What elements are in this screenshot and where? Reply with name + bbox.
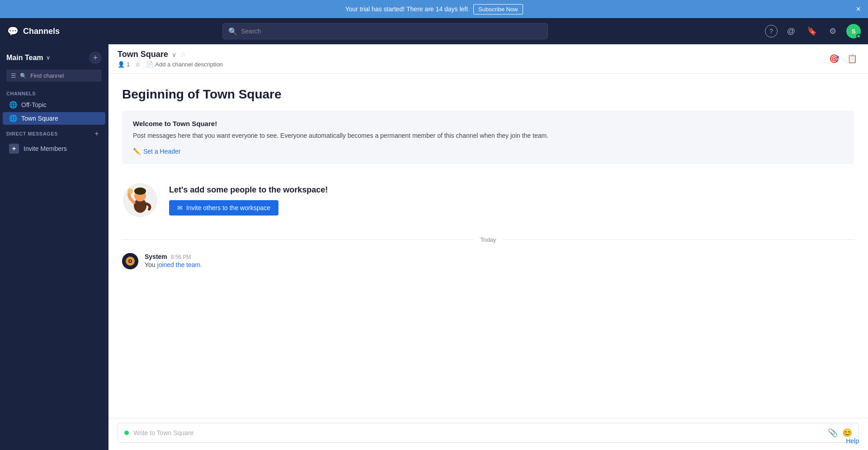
find-channel-bar[interactable]: ☰ 🔍 Find channel (6, 70, 102, 82)
add-channel-button[interactable]: + (89, 52, 102, 64)
workspace-name[interactable]: Main Team ∨ (6, 54, 50, 62)
sidebar: Main Team ∨ + ☰ 🔍 Find channel CHANNELS … (0, 44, 108, 450)
main-content: Town Square ∨ ☆ 👤 1 ☆ 📄 Add a channel de… (108, 44, 868, 450)
today-label: Today (481, 236, 496, 243)
trial-banner: Your trial has started! There are 14 day… (0, 0, 868, 18)
description-item[interactable]: 📄 Add a channel description (146, 61, 223, 68)
sidebar-item-town-square[interactable]: 🌐 Town Square (3, 112, 105, 125)
main-layout: Main Team ∨ + ☰ 🔍 Find channel CHANNELS … (0, 44, 868, 450)
mentions-header-button[interactable]: 🎯 (827, 52, 841, 66)
today-divider: Today (122, 236, 854, 243)
logo-area: 💬 Channels (7, 26, 111, 37)
mention-icon[interactable]: @ (784, 24, 798, 38)
avatar-status-dot (856, 34, 861, 38)
pencil-icon: ✏️ (133, 148, 141, 155)
svg-point-7 (127, 188, 133, 194)
beginning-title: Beginning of Town Square (122, 87, 854, 102)
workspace-name-label: Main Team (6, 54, 43, 62)
globe-icon: 🌐 (9, 101, 18, 109)
add-dm-button[interactable]: + (92, 129, 102, 139)
star-meta-icon: ☆ (135, 61, 141, 68)
system-message-time: 8:56 PM (171, 254, 191, 260)
svg-point-11 (129, 260, 131, 262)
help-icon[interactable]: ? (765, 25, 778, 38)
member-count[interactable]: 👤 1 (118, 61, 130, 68)
channel-header-right: 🎯 📋 (827, 52, 859, 66)
welcome-box: Welcome to Town Square! Post messages he… (122, 111, 854, 164)
waving-illustration (122, 182, 158, 218)
app-icon: 💬 (7, 26, 19, 37)
sidebar-item-label: Off-Topic (21, 101, 47, 108)
envelope-icon: ✉ (177, 204, 183, 211)
search-input[interactable] (241, 28, 542, 35)
channel-chevron[interactable]: ∨ (172, 51, 176, 58)
app-name: Channels (23, 27, 60, 36)
close-banner-button[interactable]: × (856, 5, 861, 13)
set-header-link[interactable]: ✏️ Set a Header (133, 148, 181, 155)
channel-header-left: Town Square ∨ ☆ 👤 1 ☆ 📄 Add a channel de… (118, 50, 223, 68)
invite-members-label: Invite Members (24, 145, 67, 152)
doc-icon: 📄 (146, 61, 153, 68)
search-bar[interactable]: 🔍 (222, 23, 548, 39)
system-message-meta: System 8:56 PM (145, 253, 202, 260)
welcome-title: Welcome to Town Square! (133, 120, 844, 127)
set-header-label: Set a Header (143, 148, 181, 155)
invite-workspace-title: Let's add some people to the workspace! (169, 185, 328, 195)
online-indicator (124, 431, 129, 435)
divider-line-right (503, 239, 854, 240)
trial-message: Your trial has started! There are 14 day… (345, 5, 468, 13)
invite-content: Let's add some people to the workspace! … (169, 185, 328, 216)
search-icon: 🔍 (20, 73, 27, 79)
system-message-text: You joined the team. (145, 261, 202, 268)
message-input-box[interactable]: 📎 😊 (118, 423, 859, 443)
sidebar-header: Main Team ∨ + (0, 44, 108, 68)
divider-line-left (122, 239, 473, 240)
messages-area[interactable]: Beginning of Town Square Welcome to Town… (108, 74, 868, 418)
help-link[interactable]: Help (846, 437, 859, 445)
top-nav-right: ? @ 🔖 ⚙ S (765, 24, 861, 38)
channel-title: Town Square (118, 50, 168, 59)
find-channel-label: Find channel (30, 72, 64, 79)
bookmark-icon[interactable]: 🔖 (805, 24, 819, 38)
settings-icon[interactable]: ⚙ (826, 24, 840, 38)
star-icon[interactable]: ☆ (180, 50, 186, 59)
member-icon: 👤 (118, 61, 125, 68)
filter-icon: ☰ (11, 72, 16, 79)
channels-section-label: CHANNELS (0, 87, 108, 98)
members-header-button[interactable]: 📋 (845, 52, 859, 66)
member-count-value: 1 (127, 61, 130, 68)
invite-icon (9, 144, 19, 154)
emoji-icon[interactable]: 😊 (842, 428, 852, 438)
invite-workspace-button[interactable]: ✉ Invite others to the workspace (169, 200, 278, 216)
system-avatar (122, 253, 138, 269)
invite-workspace-btn-label: Invite others to the workspace (186, 204, 270, 211)
sidebar-item-label: Town Square (21, 115, 58, 122)
svg-point-6 (134, 188, 146, 195)
system-message-body: System 8:56 PM You joined the team. (145, 253, 202, 268)
direct-messages-header: DIRECT MESSAGES + (0, 125, 108, 141)
subscribe-button[interactable]: Subscribe Now (473, 4, 523, 14)
top-nav: 💬 Channels 🔍 ? @ 🔖 ⚙ S (0, 18, 868, 44)
avatar[interactable]: S (846, 24, 861, 38)
message-input[interactable] (133, 429, 823, 436)
search-icon: 🔍 (228, 27, 237, 36)
joined-text: joined the team. (157, 261, 203, 268)
invite-workspace-section: Let's add some people to the workspace! … (122, 178, 854, 223)
channel-header: Town Square ∨ ☆ 👤 1 ☆ 📄 Add a channel de… (108, 44, 868, 74)
channel-meta: 👤 1 ☆ 📄 Add a channel description (118, 61, 223, 68)
message-input-area: 📎 😊 (108, 418, 868, 450)
system-message-row: System 8:56 PM You joined the team. (122, 250, 854, 272)
svg-rect-2 (14, 147, 14, 150)
description-placeholder: Add a channel description (155, 61, 223, 68)
header-set-item[interactable]: ☆ (135, 61, 141, 68)
direct-messages-label: DIRECT MESSAGES (6, 131, 58, 136)
system-sender: System (145, 253, 167, 260)
sidebar-item-off-topic[interactable]: 🌐 Off-Topic (3, 98, 105, 111)
welcome-description: Post messages here that you want everyon… (133, 131, 844, 141)
workspace-chevron: ∨ (46, 55, 50, 61)
attachment-icon[interactable]: 📎 (828, 428, 838, 438)
invite-members-item[interactable]: Invite Members (3, 141, 105, 156)
channel-title-row: Town Square ∨ ☆ (118, 50, 223, 59)
globe-icon: 🌐 (9, 114, 18, 122)
